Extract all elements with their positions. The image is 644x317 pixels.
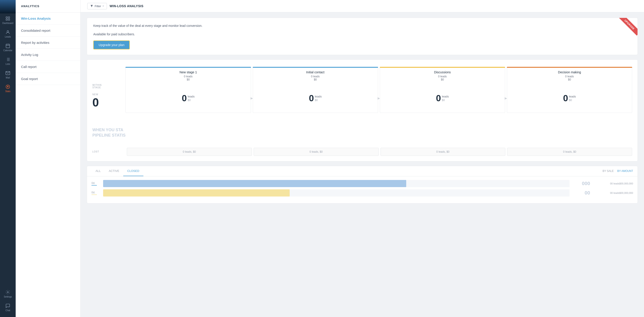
chart-row-1: 0d. 00 00 leads$00,000,000 xyxy=(92,189,633,197)
svg-rect-0 xyxy=(6,17,8,18)
within-stage-label: WITHINSTAGE xyxy=(92,84,126,89)
tab-actions: BY SALE BY AMOUNT xyxy=(602,166,633,176)
lost-label: LOST xyxy=(92,150,99,153)
pipeline-section: WITHINSTAGE NEW 0 WHEN YOU STAPIPELINE S… xyxy=(87,59,638,161)
upgrade-ribbon: UPGRADE xyxy=(615,18,638,40)
nav-dashboard[interactable]: Dashboard xyxy=(0,13,16,27)
nav-calendar-label: Calendar xyxy=(3,49,12,52)
svg-rect-3 xyxy=(8,19,10,20)
stage-name-3: Decision making xyxy=(510,70,629,74)
bottom-tabs: ALL ACTIVE CLOSED BY SALE BY AMOUNT xyxy=(87,166,638,176)
nav-mail-label: Mail xyxy=(6,76,10,79)
sidebar-item-win-loss[interactable]: Win-Loss Analysis xyxy=(16,12,80,24)
lost-cell-1: 0 leads, $0 xyxy=(254,148,379,156)
content-area: Keep track of the value of the deal at e… xyxy=(80,12,644,317)
nav-settings-label: Settings xyxy=(4,296,12,298)
bottom-chart: 0d. 000 00 leads$00,000,000 0d. 00 00 le… xyxy=(87,176,638,203)
nav-lists[interactable]: Lists xyxy=(0,54,16,68)
upgrade-text-1: Keep track of the value of the deal at e… xyxy=(93,23,631,28)
stage-col-0: New stage 1 0 leads $0 0 leads $0 ▶ xyxy=(126,67,251,113)
upgrade-ribbon-text: UPGRADE xyxy=(619,18,638,35)
upgrade-text-2: Available for paid subscribers. xyxy=(93,32,631,37)
svg-rect-1 xyxy=(8,17,10,18)
nav-chat[interactable]: Chat xyxy=(0,301,16,314)
filter-button[interactable]: Filter > xyxy=(87,3,107,9)
filter-icon xyxy=(90,4,93,7)
tab-by-amount[interactable]: BY AMOUNT xyxy=(618,166,633,176)
nav-stats-label: Stats xyxy=(5,90,10,92)
new-count: 0 xyxy=(92,97,126,108)
svg-point-17 xyxy=(8,86,8,87)
nav-leads[interactable]: Leads xyxy=(0,27,16,41)
stage-count-2: 0 xyxy=(436,93,441,103)
icon-nav: Dashboard Leads Calendar Lists Mail Stat… xyxy=(0,0,16,317)
sidebar-item-consolidated[interactable]: Consolidated report xyxy=(16,24,80,37)
stage-header-leads-1: 0 leads xyxy=(256,75,375,78)
lost-cell-3: 0 leads, $0 xyxy=(507,148,632,156)
nav-mail[interactable]: Mail xyxy=(0,68,16,82)
chart-row-0: 0d. 000 00 leads$00,000,000 xyxy=(92,180,633,187)
stage-header-amount-1: $0 xyxy=(256,78,375,81)
pipeline-placeholder: WHEN YOU STAPIPELINE STATIS xyxy=(92,127,126,138)
nav-dashboard-label: Dashboard xyxy=(2,22,14,24)
sidebar: ANALYTICS Win-Loss Analysis Consolidated… xyxy=(16,0,80,317)
stage-col-1: Initial contact 0 leads $0 0 leads $0 ▶ xyxy=(253,67,378,113)
sidebar-item-call-report[interactable]: Call report xyxy=(16,61,80,73)
svg-rect-5 xyxy=(6,44,10,48)
svg-rect-2 xyxy=(6,19,8,20)
nav-lists-label: Lists xyxy=(6,63,10,65)
stage-header-leads-3: 0 leads xyxy=(510,75,629,78)
nav-calendar[interactable]: Calendar xyxy=(0,41,16,54)
top-bar: Filter > WIN-LOSS ANALYSIS xyxy=(80,0,644,12)
nav-stats[interactable]: Stats xyxy=(0,82,16,95)
tab-all[interactable]: ALL xyxy=(92,166,105,176)
sidebar-header: ANALYTICS xyxy=(16,0,80,12)
stage-header-amount-3: $0 xyxy=(510,78,629,81)
stage-header-leads-0: 0 leads xyxy=(128,75,248,78)
stage-header-leads-2: 0 leads xyxy=(383,75,502,78)
sidebar-item-goal-report[interactable]: Goal report xyxy=(16,73,80,85)
stage-name-2: Discussions xyxy=(383,70,502,74)
page-title: WIN-LOSS ANALYSIS xyxy=(110,4,144,8)
lost-cell-2: 0 leads, $0 xyxy=(380,148,506,156)
stages-container: New stage 1 0 leads $0 0 leads $0 ▶ Init… xyxy=(126,67,632,113)
lost-cell-0: 0 leads, $0 xyxy=(127,148,252,156)
stage-col-2: Discussions 0 leads $0 0 leads $0 ▶ xyxy=(380,67,505,113)
tab-by-sale[interactable]: BY SALE xyxy=(602,166,614,176)
new-label: NEW xyxy=(92,93,126,96)
upgrade-banner: Keep track of the value of the deal at e… xyxy=(87,18,638,55)
svg-point-4 xyxy=(7,31,8,32)
nav-leads-label: Leads xyxy=(5,35,11,38)
stage-name-1: Initial contact xyxy=(256,70,375,74)
stage-name-0: New stage 1 xyxy=(128,70,248,74)
tab-closed[interactable]: CLOSED xyxy=(123,166,143,176)
upgrade-button[interactable]: Upgrade your plan xyxy=(93,40,130,49)
sidebar-item-activity-log[interactable]: Activity Log xyxy=(16,49,80,61)
lost-row: LOST 0 leads, $00 leads, $00 leads, $00 … xyxy=(92,148,632,156)
main-content: Filter > WIN-LOSS ANALYSIS Keep track of… xyxy=(80,0,644,317)
stage-col-3: Decision making 0 leads $0 0 leads $0 xyxy=(507,67,632,113)
logo-area xyxy=(0,0,16,13)
svg-point-18 xyxy=(7,292,8,293)
nav-chat-label: Chat xyxy=(5,309,10,312)
stage-count-3: 0 xyxy=(563,93,568,103)
stage-count-0: 0 xyxy=(182,93,187,103)
sidebar-item-report-activities[interactable]: Report by activities xyxy=(16,37,80,49)
filter-chevron: > xyxy=(102,4,104,7)
stage-header-amount-0: $0 xyxy=(128,78,248,81)
nav-settings[interactable]: Settings xyxy=(0,287,16,301)
stage-header-amount-2: $0 xyxy=(383,78,502,81)
tab-active[interactable]: ACTIVE xyxy=(105,166,123,176)
stage-count-1: 0 xyxy=(309,93,314,103)
bottom-section: ALL ACTIVE CLOSED BY SALE BY AMOUNT 0d. xyxy=(87,166,638,203)
